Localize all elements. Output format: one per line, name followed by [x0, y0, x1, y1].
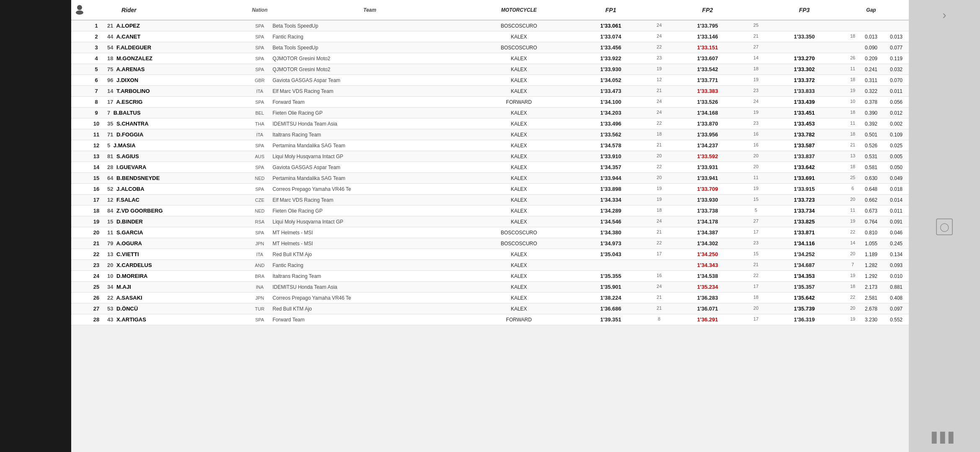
- row-team: IDEMITSU Honda Team Asia: [270, 282, 469, 293]
- row-fp3: 1'33.871: [762, 227, 847, 238]
- row-motorcycle: KALEX: [469, 205, 568, 216]
- header-fp2-laps: [750, 0, 762, 20]
- table-row: 16 52 J.ALCOBA SPA Correos Prepago Yamah…: [71, 184, 909, 195]
- row-gap2: 0.014: [884, 195, 909, 205]
- row-fp1: 1'34.203: [568, 108, 653, 118]
- row-fp2-laps: 24: [750, 97, 762, 108]
- row-pos: 9: [88, 108, 105, 118]
- row-pos: 11: [88, 129, 105, 140]
- row-num-rider: 54 F.ALDEGUER: [105, 42, 249, 53]
- row-icon: [71, 227, 88, 238]
- row-fp1-laps: 24: [653, 282, 665, 293]
- row-fp1-laps: 21: [653, 227, 665, 238]
- row-nation: TUR: [249, 303, 270, 314]
- table-row: 24 10 D.MOREIRA BRA Italtrans Racing Tea…: [71, 271, 909, 282]
- row-fp1: 1'36.686: [568, 303, 653, 314]
- row-icon: [71, 140, 88, 151]
- table-row: 1 21 A.LOPEZ SPA Beta Tools SpeedUp BOSC…: [71, 20, 909, 31]
- row-fp1-laps: 17: [653, 249, 665, 260]
- row-team: Beta Tools SpeedUp: [270, 42, 469, 53]
- row-fp3-laps: 21: [847, 140, 859, 151]
- header-gap2: [884, 0, 909, 20]
- row-icon: [71, 303, 88, 314]
- row-team: Italtrans Racing Team: [270, 129, 469, 140]
- row-fp3: 1'34.353: [762, 271, 847, 282]
- row-fp3: 1'33.270: [762, 53, 847, 64]
- svg-point-1: [76, 10, 83, 15]
- row-fp3-laps: 11: [847, 118, 859, 129]
- row-fp1: 1'38.224: [568, 293, 653, 303]
- chevron-right-icon[interactable]: ›: [942, 8, 946, 22]
- row-icon: [71, 75, 88, 86]
- row-team: Pertamina Mandalika SAG Team: [270, 173, 469, 184]
- row-fp2-laps: 21: [750, 31, 762, 42]
- row-pos: 21: [88, 238, 105, 249]
- row-gap2: 0.010: [884, 271, 909, 282]
- row-fp3-laps: 20: [847, 195, 859, 205]
- table-row: 19 15 D.BINDER RSA Liqui Moly Husqvarna …: [71, 216, 909, 227]
- row-gap2: 0.408: [884, 293, 909, 303]
- row-nation: SPA: [249, 140, 270, 151]
- row-fp3: [762, 42, 847, 53]
- row-icon: [71, 118, 88, 129]
- row-icon: [71, 195, 88, 205]
- row-fp2-laps: 16: [750, 129, 762, 140]
- row-fp1-laps: 21: [653, 86, 665, 97]
- row-fp2: 1'33.931: [665, 162, 750, 173]
- row-fp3-laps: 11: [847, 205, 859, 216]
- row-nation: ITA: [249, 86, 270, 97]
- row-gap2: 0.050: [884, 162, 909, 173]
- row-fp1-laps: 21: [653, 140, 665, 151]
- row-fp3-laps: 25: [847, 173, 859, 184]
- row-icon: [71, 97, 88, 108]
- row-fp3: 1'35.357: [762, 282, 847, 293]
- row-fp3: 1'33.734: [762, 205, 847, 216]
- row-fp1: 1'35.043: [568, 249, 653, 260]
- row-team: Correos Prepago Yamaha VR46 Te: [270, 184, 469, 195]
- row-fp2: 1'33.592: [665, 151, 750, 162]
- row-fp2-laps: 5: [750, 205, 762, 216]
- row-fp2: 1'33.526: [665, 97, 750, 108]
- row-gap1: 0.209: [859, 53, 884, 64]
- row-fp3-laps: [847, 42, 859, 53]
- row-pos: 27: [88, 303, 105, 314]
- row-fp3-laps: 19: [847, 271, 859, 282]
- row-fp3: 1'33.723: [762, 195, 847, 205]
- row-fp2-laps: 17: [750, 314, 762, 325]
- header-fp3-laps: [847, 0, 859, 20]
- table-row: 15 64 B.BENDSNEYDE NED Pertamina Mandali…: [71, 173, 909, 184]
- row-fp2-laps: 20: [750, 162, 762, 173]
- row-gap1: 2.173: [859, 282, 884, 293]
- table-row: 22 13 C.VIETTI ITA Red Bull KTM Ajo KALE…: [71, 249, 909, 260]
- row-fp1: 1'34.546: [568, 216, 653, 227]
- row-fp3-laps: 6: [847, 184, 859, 195]
- row-gap1: 0.241: [859, 64, 884, 75]
- header-gap: Gap: [859, 0, 884, 20]
- row-fp1: 1'33.456: [568, 42, 653, 53]
- row-fp2-laps: 17: [750, 227, 762, 238]
- row-fp2: 1'33.738: [665, 205, 750, 216]
- row-gap1: 0.581: [859, 162, 884, 173]
- row-gap2: 0.056: [884, 97, 909, 108]
- row-pos: 14: [88, 162, 105, 173]
- row-gap2: 0.109: [884, 129, 909, 140]
- row-nation: SPA: [249, 31, 270, 42]
- row-fp1: 1'34.289: [568, 205, 653, 216]
- row-gap1: 0.662: [859, 195, 884, 205]
- row-num-rider: 71 D.FOGGIA: [105, 129, 249, 140]
- row-fp3-laps: 19: [847, 314, 859, 325]
- svg-point-0: [77, 5, 82, 10]
- row-motorcycle: KALEX: [469, 31, 568, 42]
- row-fp3: 1'33.825: [762, 216, 847, 227]
- row-motorcycle: KALEX: [469, 282, 568, 293]
- row-fp3-laps: 22: [847, 293, 859, 303]
- row-fp3-laps: 18: [847, 162, 859, 173]
- table-row: 23 20 X.CARDELUS AND Fantic Racing KALEX…: [71, 260, 909, 271]
- row-num-rider: 79 A.OGURA: [105, 238, 249, 249]
- row-team: Elf Marc VDS Racing Team: [270, 195, 469, 205]
- row-fp1: 1'33.944: [568, 173, 653, 184]
- row-fp2-laps: 14: [750, 53, 762, 64]
- header-icon: [71, 0, 88, 20]
- row-motorcycle: BOSCOSCURO: [469, 20, 568, 31]
- row-fp1: 1'33.496: [568, 118, 653, 129]
